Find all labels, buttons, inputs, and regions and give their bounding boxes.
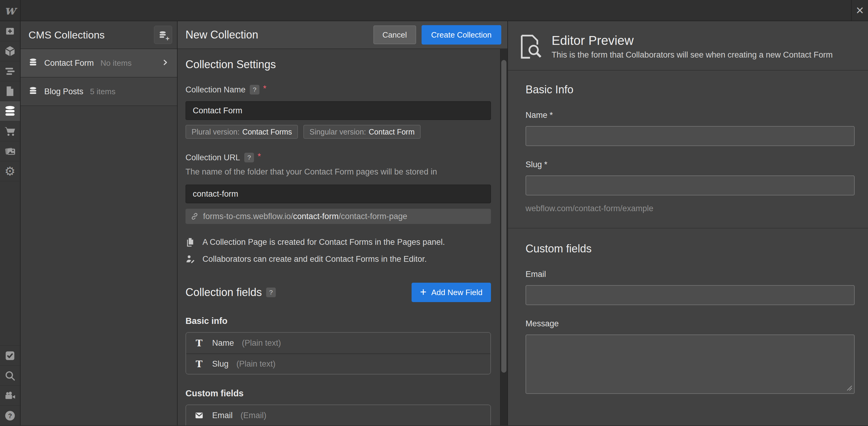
top-bar: w × bbox=[0, 0, 868, 21]
field-row-name[interactable]: T Name (Plain text) bbox=[186, 333, 490, 353]
close-icon: × bbox=[856, 4, 864, 17]
toolbar-item-components[interactable] bbox=[0, 41, 20, 61]
collection-list-item-blog-posts[interactable]: Blog Posts 5 items bbox=[21, 77, 177, 106]
editor-preview-panel: Editor Preview This is the form that Col… bbox=[508, 21, 868, 425]
assets-icon bbox=[4, 145, 16, 157]
toolbar-item-cms[interactable] bbox=[0, 101, 20, 121]
cms-panel-header: CMS Collections + bbox=[21, 21, 177, 49]
plural-version-chip: Plural version: Contact Forms bbox=[185, 125, 298, 139]
preview-slug-label: Slug * bbox=[526, 160, 855, 169]
section-divider bbox=[508, 228, 868, 228]
help-icon: ? bbox=[4, 409, 16, 422]
collection-name-input[interactable] bbox=[185, 101, 491, 120]
collection-fields-header-row: Collection fields ? + Add New Field bbox=[185, 283, 491, 302]
components-icon bbox=[4, 45, 16, 57]
collection-icon bbox=[29, 58, 38, 68]
basic-info-group-label: Basic info bbox=[185, 316, 491, 326]
required-asterisk: * bbox=[258, 152, 261, 161]
singular-version-label: Singular version: bbox=[309, 128, 366, 136]
search-icon bbox=[4, 370, 16, 382]
url-preview-suffix: /contact-form-page bbox=[339, 212, 407, 221]
audit-icon bbox=[4, 350, 16, 361]
info-notes: A Collection Page is created for Contact… bbox=[185, 237, 491, 264]
cancel-button[interactable]: Cancel bbox=[373, 26, 416, 44]
field-type: (Email) bbox=[241, 411, 267, 420]
field-name: Slug bbox=[212, 359, 228, 369]
singular-version-value: Contact Form bbox=[369, 128, 414, 136]
editor-preview-subtitle: This is the form that Collaborators will… bbox=[552, 50, 833, 60]
help-tooltip-icon[interactable]: ? bbox=[244, 153, 254, 162]
toolbar-item-pages[interactable] bbox=[0, 81, 20, 101]
plural-version-value: Contact Forms bbox=[242, 128, 292, 136]
editor-scrollbar-track[interactable] bbox=[500, 49, 507, 425]
plain-text-field-icon: T bbox=[194, 338, 204, 349]
pages-panel-icon bbox=[185, 237, 195, 247]
editor-scrollbar-thumb[interactable] bbox=[501, 60, 506, 373]
field-row-slug[interactable]: T Slug (Plain text) bbox=[186, 353, 490, 374]
collection-list-item-contact-form[interactable]: Contact Form No items bbox=[21, 49, 177, 77]
version-chips-row: Plural version: Contact Forms Singular v… bbox=[185, 125, 491, 139]
toolbar-item-ecommerce[interactable] bbox=[0, 121, 20, 141]
collection-settings-form: Collection Settings Collection Name ? * … bbox=[178, 49, 500, 425]
panel-title: New Collection bbox=[185, 29, 368, 41]
collection-icon bbox=[29, 86, 38, 97]
toolbar-item-assets[interactable] bbox=[0, 141, 20, 161]
pages-icon bbox=[4, 86, 16, 97]
toolbar-item-search[interactable] bbox=[0, 365, 20, 385]
field-type: (Plain text) bbox=[242, 338, 281, 348]
collection-url-input[interactable] bbox=[185, 185, 491, 203]
help-tooltip-icon[interactable]: ? bbox=[250, 85, 259, 95]
collection-settings-heading: Collection Settings bbox=[185, 58, 491, 71]
cms-icon bbox=[4, 105, 16, 117]
toolbar-item-settings[interactable]: ⚙ bbox=[0, 161, 20, 181]
close-panel-button[interactable]: × bbox=[851, 0, 868, 21]
help-tooltip-icon[interactable]: ? bbox=[266, 288, 276, 297]
new-collection-button[interactable]: + bbox=[154, 26, 172, 44]
custom-fields-group-label: Custom fields bbox=[185, 388, 491, 398]
cms-collections-panel: CMS Collections + Contact Form No items bbox=[21, 21, 178, 425]
toolbar-item-add-elements[interactable] bbox=[0, 21, 20, 41]
toolbar-item-video-tutorials[interactable] bbox=[0, 385, 20, 405]
toolbar-item-help[interactable]: ? bbox=[0, 405, 20, 425]
note-collaborators: Collaborators can create and edit Contac… bbox=[185, 254, 491, 264]
editor-body-wrap: Collection Settings Collection Name ? * … bbox=[178, 49, 507, 425]
preview-slug-input[interactable] bbox=[526, 175, 855, 195]
top-bar-spacer bbox=[21, 0, 851, 21]
webflow-logo-button[interactable]: w bbox=[0, 0, 21, 21]
field-row-email[interactable]: Email (Email) bbox=[186, 405, 490, 425]
custom-fields-list: Email (Email) T Message (Plain text) + A… bbox=[185, 404, 491, 425]
navigator-icon bbox=[4, 65, 16, 77]
main-area: ⚙ ? CMS Collections bbox=[0, 21, 868, 425]
spacer bbox=[526, 146, 855, 160]
chevron-right-icon bbox=[161, 59, 169, 68]
collection-name-label-row: Collection Name ? * bbox=[185, 85, 491, 95]
collection-url-label: Collection URL bbox=[185, 153, 240, 162]
preview-email-label: Email bbox=[526, 270, 855, 279]
collection-fields-heading-text: Collection fields bbox=[185, 286, 262, 299]
url-preview-slug: contact-form bbox=[293, 212, 339, 221]
svg-text:?: ? bbox=[8, 412, 12, 419]
video-camera-icon bbox=[4, 390, 16, 402]
toolbar-item-navigator[interactable] bbox=[0, 61, 20, 81]
link-icon bbox=[190, 212, 199, 221]
editor-preview-title: Editor Preview bbox=[552, 33, 833, 48]
url-preview-prefix: forms-to-cms.webflow.io/ bbox=[203, 212, 293, 221]
preview-email-input[interactable] bbox=[526, 285, 855, 305]
field-type: (Plain text) bbox=[237, 359, 276, 369]
cms-panel-title: CMS Collections bbox=[29, 29, 154, 41]
preview-slug-hint: webflow.com/contact-form/example bbox=[526, 204, 855, 213]
toolbar-item-audit[interactable] bbox=[0, 346, 20, 365]
plural-version-label: Plural version: bbox=[191, 128, 240, 136]
preview-message-field-wrap bbox=[526, 334, 855, 394]
add-new-field-button[interactable]: + Add New Field bbox=[411, 283, 491, 302]
editor-preview-body: Basic Info Name * Slug * webflow.com/con… bbox=[508, 71, 868, 394]
collection-item-count: 5 items bbox=[90, 87, 116, 96]
collaborator-edit-icon bbox=[185, 254, 195, 264]
collection-name-label: Collection Name bbox=[185, 85, 246, 95]
create-collection-button[interactable]: Create Collection bbox=[422, 25, 501, 44]
preview-basic-info-heading: Basic Info bbox=[526, 83, 855, 96]
plus-icon: + bbox=[165, 35, 169, 42]
toolbar-bottom-group: ? bbox=[0, 346, 20, 425]
preview-name-input[interactable] bbox=[526, 126, 855, 146]
preview-message-textarea[interactable] bbox=[526, 334, 855, 394]
